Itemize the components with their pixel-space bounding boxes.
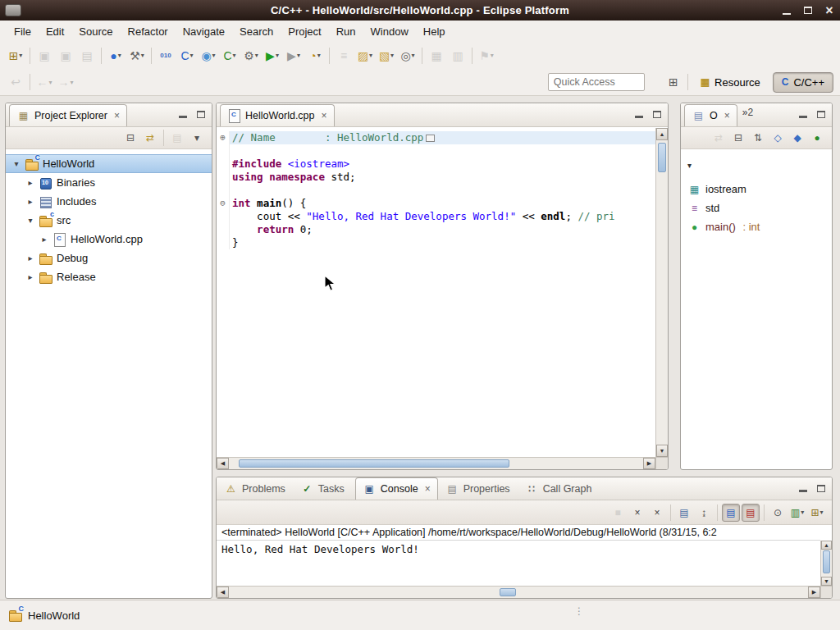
terminate-button[interactable]: ■ (609, 504, 627, 522)
menu-item-file[interactable]: File (7, 23, 39, 40)
chevron-right-icon[interactable]: ▸ (25, 197, 36, 206)
view-menu-button[interactable]: ▾ (188, 129, 206, 147)
menu-item-navigate[interactable]: Navigate (176, 23, 232, 40)
code-line-text[interactable]: } (230, 236, 655, 249)
scroll-right-button[interactable]: ▶ (808, 587, 820, 598)
maximize-view-button[interactable] (817, 485, 825, 492)
minimize-window-button[interactable] (776, 0, 797, 21)
code-line-text[interactable]: #include <iostream> (230, 158, 655, 171)
forward-button[interactable]: →▾ (56, 72, 75, 92)
display-selected-console-button[interactable]: ▥▾ (788, 504, 806, 522)
tab-call-graph[interactable]: ∷Call Graph (518, 478, 600, 500)
link-with-editor-button[interactable]: ⇄ (141, 129, 159, 147)
maximize-window-button[interactable] (797, 0, 819, 21)
fold-collapse-icon[interactable]: ⊖ (217, 197, 230, 210)
scroll-up-button[interactable]: ▲ (656, 128, 668, 140)
tree-item-includes[interactable]: ▸Includes (6, 192, 212, 211)
code-line-text[interactable]: return 0; (230, 223, 655, 236)
build-all-button[interactable]: ⚒▾ (127, 46, 147, 66)
perspective-cpp-button[interactable]: CC/C++ (773, 72, 833, 93)
hide-non-public-members-button[interactable]: ● (808, 129, 826, 147)
new-binary-button[interactable]: 010 (156, 46, 176, 66)
minimize-view-button[interactable] (799, 490, 807, 492)
save-all-button[interactable]: ▣ (56, 46, 75, 66)
chevron-right-icon[interactable]: ▸ (25, 253, 36, 262)
open-perspective-button[interactable]: ⊞ (664, 72, 683, 92)
search-button[interactable]: ◎▾ (398, 46, 418, 66)
new-class-button[interactable]: ◉▾ (199, 46, 218, 66)
editor-presentation-button[interactable]: ▥ (448, 46, 468, 66)
menu-item-edit[interactable]: Edit (39, 23, 71, 40)
tree-item-binaries[interactable]: ▸10Binaries (6, 173, 212, 192)
maximize-view-button[interactable] (653, 111, 661, 118)
open-element-button[interactable]: ▨▾ (355, 46, 375, 66)
editor-vertical-scrollbar[interactable]: ▲ ▼ (655, 128, 668, 457)
collapse-all-button[interactable]: ⊟ (121, 129, 139, 147)
code-line-text[interactable]: using namespace std; (230, 171, 655, 184)
scrollbar-thumb[interactable] (823, 550, 830, 573)
fold-expand-icon[interactable]: ⊕ (217, 131, 230, 144)
code-line-text[interactable]: // Name : HelloWorld.cpp (230, 131, 655, 144)
status-divider-handle[interactable]: ⋮ (574, 605, 584, 617)
scrollbar-thumb[interactable] (500, 588, 516, 596)
chevron-right-icon[interactable]: ▸ (25, 272, 36, 281)
scrollbar-thumb[interactable] (239, 459, 509, 468)
tab-properties[interactable]: ▤Properties (438, 478, 518, 500)
menu-item-run[interactable]: Run (329, 23, 363, 40)
close-icon[interactable]: × (724, 111, 730, 121)
tab-helloworld-cpp[interactable]: C HelloWorld.cpp × (220, 104, 335, 126)
new-source-file-button[interactable]: C▾ (177, 46, 197, 66)
annotations-button[interactable]: ▦ (427, 46, 446, 66)
tree-item-debug[interactable]: ▸Debug (6, 249, 212, 267)
maximize-view-button[interactable] (197, 111, 205, 118)
menu-item-help[interactable]: Help (416, 23, 453, 40)
run-button[interactable]: ▶▾ (262, 46, 282, 66)
code-line-text[interactable]: cout << "Hello, Red Hat Developers World… (230, 210, 655, 223)
chevron-right-icon[interactable]: ▸ (39, 235, 50, 244)
minimize-view-button[interactable] (799, 116, 807, 118)
outline-item-main[interactable]: ●main() : int (681, 217, 832, 236)
scroll-left-button[interactable]: ◀ (217, 587, 229, 598)
chevron-down-icon[interactable]: ▾ (11, 159, 22, 168)
window-menu-icon[interactable] (5, 4, 21, 16)
minimize-view-button[interactable] (179, 116, 187, 118)
chevron-right-icon[interactable]: ▸ (25, 178, 36, 187)
open-resource-button[interactable]: ▧▾ (377, 46, 396, 66)
tab-problems[interactable]: ⚠Problems (217, 478, 293, 500)
scroll-up-button[interactable]: ▲ (821, 541, 832, 550)
new-wizard-button[interactable]: ⊞▾ (6, 46, 25, 66)
tree-item-release[interactable]: ▸Release (6, 267, 212, 286)
outline-item-std[interactable]: ≡std (681, 199, 832, 217)
code-line-text[interactable] (230, 184, 655, 197)
remove-launch-button[interactable]: × (628, 504, 646, 522)
collapse-all-button[interactable]: ⊟ (729, 129, 747, 147)
menu-item-source[interactable]: Source (71, 23, 120, 40)
menu-item-window[interactable]: Window (363, 23, 416, 40)
outline-item-iostream[interactable]: ▦iostream (681, 180, 832, 199)
hide-fields-button[interactable]: ◇ (769, 129, 787, 147)
clear-console-button[interactable]: ▤ (675, 504, 693, 522)
tab-tasks[interactable]: ✓Tasks (293, 478, 352, 500)
scroll-right-button[interactable]: ▶ (643, 458, 655, 469)
perspective-resource-button[interactable]: ▦Resource (692, 72, 769, 93)
focus-on-active-task-button[interactable]: ▤ (168, 129, 186, 147)
console-vertical-scrollbar[interactable]: ▲ ▼ (820, 541, 832, 586)
close-icon[interactable]: × (425, 484, 431, 494)
menu-item-project[interactable]: Project (281, 23, 328, 40)
tree-item-helloworld[interactable]: ▾CHelloWorld (6, 154, 212, 173)
close-icon[interactable]: × (322, 111, 327, 121)
save-button[interactable]: ▣ (34, 46, 54, 66)
tab-console[interactable]: ▣Console× (355, 477, 438, 500)
code-line-text[interactable]: int main() { (230, 197, 655, 210)
pin-editor-button[interactable]: ⚑▾ (477, 46, 496, 66)
tab-outline[interactable]: ▤ O × (684, 104, 737, 126)
show-console-on-stderr-button[interactable]: ▤ (742, 504, 760, 522)
close-window-button[interactable]: × (819, 0, 840, 21)
back-button[interactable]: ←▾ (34, 72, 54, 92)
menu-item-search[interactable]: Search (232, 23, 281, 40)
tree-item-src[interactable]: ▾csrc (6, 211, 212, 230)
quick-access-input[interactable] (548, 73, 645, 91)
scroll-lock-button[interactable]: ↨ (695, 504, 713, 522)
last-edit-location-button[interactable]: ↩ (6, 72, 25, 92)
scrollbar-thumb[interactable] (658, 143, 666, 172)
